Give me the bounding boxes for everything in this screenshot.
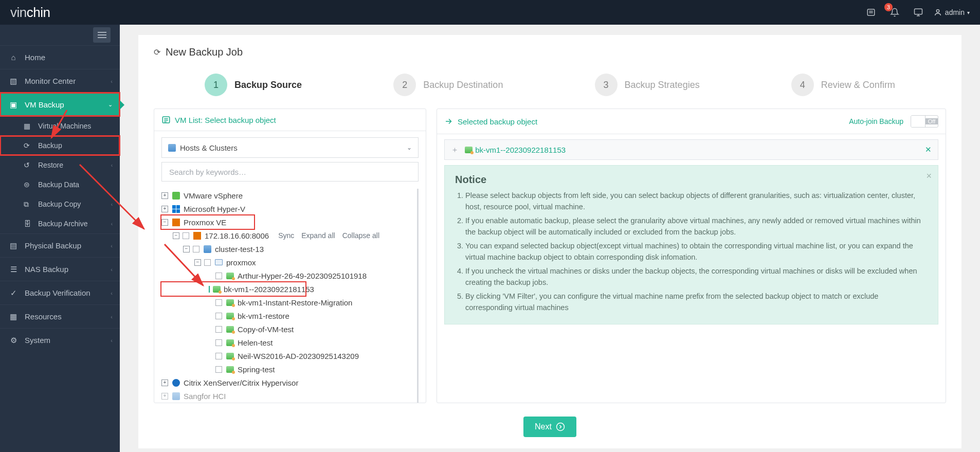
tree-node-xen[interactable]: +Citrix XenServer/Citrix Hypervisor — [161, 376, 414, 389]
subnav-backup[interactable]: ⟳Backup — [0, 136, 120, 155]
arrow-right-circle-icon — [556, 422, 565, 431]
nav-monitor[interactable]: ▧Monitor Center‹ — [0, 69, 120, 93]
nav-label: Backup — [38, 141, 62, 150]
close-icon[interactable]: × — [926, 171, 932, 182]
refresh-icon: ⟳ — [24, 141, 33, 150]
collapse-all-action[interactable]: Collapse all — [342, 231, 379, 240]
nas-icon: ☰ — [8, 265, 19, 274]
checkbox[interactable] — [215, 326, 222, 333]
notification-badge: 3 — [884, 3, 893, 11]
undo-icon: ↺ — [24, 161, 33, 169]
expand-icon[interactable]: + — [161, 192, 168, 199]
nav-physical-backup[interactable]: ▤Physical Backup‹ — [0, 233, 120, 257]
chevron-left-icon: ‹ — [111, 314, 113, 320]
panel-title: Selected backup object — [458, 117, 537, 126]
collapse-icon[interactable]: − — [183, 246, 190, 252]
tree-vm[interactable]: Neil-WS2016-AD-20230925143209 — [161, 349, 414, 363]
nav-system[interactable]: ⚙System‹ — [0, 328, 120, 352]
tree-vm[interactable]: Arthur-Hyper-26-49-20230925101918 — [161, 269, 414, 282]
checkbox[interactable] — [215, 366, 222, 373]
chevron-left-icon: ‹ — [111, 221, 113, 227]
user-menu[interactable]: admin ▾ — [934, 8, 970, 16]
step-1[interactable]: 1Backup Source — [205, 74, 302, 96]
step-3[interactable]: 3Backup Strategies — [595, 74, 700, 96]
tree-node-proxmox[interactable]: −Proxmox VE — [161, 215, 254, 229]
monitor-icon[interactable] — [912, 6, 924, 19]
notice-item: By clicking 'VM Filter', you can configu… — [465, 291, 928, 314]
nav-vm-backup[interactable]: ▣VM Backup⌄ — [0, 93, 120, 116]
copy-icon: ⧉ — [24, 200, 33, 209]
collapse-icon[interactable]: − — [161, 219, 168, 226]
next-button[interactable]: Next — [523, 417, 576, 437]
expand-icon[interactable]: + — [161, 206, 168, 212]
subnav-backup-archive[interactable]: 🗄Backup Archive‹ — [0, 214, 120, 233]
top-list-icon[interactable] — [865, 6, 877, 19]
user-name: admin — [945, 8, 965, 16]
subnav-virtual-machines[interactable]: ▦Virtual Machines — [0, 116, 120, 136]
expand-icon[interactable]: + — [161, 379, 168, 386]
tree-node-vmware[interactable]: +VMware vSphere — [161, 189, 414, 202]
search-input[interactable] — [169, 168, 411, 176]
nav-nas-backup[interactable]: ☰NAS Backup‹ — [0, 257, 120, 281]
topbar: vinchin 3 admin ▾ — [0, 0, 980, 25]
notification-bell-icon[interactable]: 3 — [888, 6, 901, 19]
selected-vm-row[interactable]: ＋ bk-vm1--20230922181153 ✕ — [444, 139, 938, 160]
step-4[interactable]: 4Review & Confirm — [791, 74, 895, 96]
search-box[interactable] — [161, 162, 419, 182]
tree-node-hyperv[interactable]: +Microsoft Hyper-V — [161, 202, 414, 215]
tree-node-sangfor[interactable]: +Sangfor HCI — [161, 389, 414, 403]
remove-icon[interactable]: ✕ — [925, 145, 932, 154]
scope-selector[interactable]: Hosts & Clusters ⌄ — [161, 137, 419, 158]
nav-backup-verification[interactable]: ✓Backup Verification‹ — [0, 281, 120, 304]
chevron-left-icon: ‹ — [111, 290, 113, 296]
subnav-backup-copy[interactable]: ⧉Backup Copy‹ — [0, 194, 120, 214]
tree-vm[interactable]: Spring-test — [161, 363, 414, 376]
tree-vm[interactable]: Copy-of-VM-test — [161, 322, 414, 336]
tree-vm[interactable]: bk-vm1-Instant-Restore-Migration — [161, 296, 414, 309]
checkbox[interactable] — [215, 273, 222, 279]
tree-vm-selected[interactable]: bk-vm1--20230922181153 — [161, 282, 305, 296]
nav-home[interactable]: ⌂Home — [0, 45, 120, 69]
checkbox[interactable] — [183, 232, 189, 239]
nav-resources[interactable]: ▦Resources‹ — [0, 304, 120, 328]
step-2[interactable]: 2Backup Destination — [393, 74, 503, 96]
selected-panel: Selected backup object Auto-join Backup … — [437, 109, 946, 403]
collapse-icon[interactable]: − — [173, 232, 179, 239]
tree-vm[interactable]: Helen-test — [161, 336, 414, 349]
checkbox[interactable] — [215, 339, 222, 346]
expand-icon[interactable]: + — [161, 393, 168, 400]
chevron-left-icon: ‹ — [111, 202, 113, 207]
next-label: Next — [535, 422, 552, 431]
checkbox[interactable] — [215, 353, 222, 359]
expand-icon[interactable]: ＋ — [451, 145, 459, 155]
checkbox[interactable] — [215, 313, 222, 319]
expand-all-action[interactable]: Expand all — [301, 231, 335, 240]
collapse-icon[interactable]: − — [194, 259, 201, 266]
notice-item: You can expand selected backup object(ex… — [465, 240, 928, 263]
svg-point-14 — [556, 423, 564, 431]
nav-label: Backup Copy — [38, 200, 81, 208]
share-icon — [444, 117, 453, 126]
database-icon: ⊜ — [24, 180, 33, 189]
selected-vm-name: bk-vm1--20230922181153 — [475, 146, 566, 154]
tree-node-host[interactable]: −172.18.16.60:8006SyncExpand allCollapse… — [161, 229, 414, 242]
tree-node-cluster[interactable]: −cluster-test-13 — [161, 242, 414, 256]
subnav-backup-data[interactable]: ⊜Backup Data — [0, 175, 120, 194]
stack-icon: ▦ — [24, 122, 33, 130]
vm-list-panel: VM List: Select backup object Hosts & Cl… — [154, 109, 426, 403]
checkbox[interactable] — [215, 299, 222, 306]
nav-label: Backup Verification — [25, 288, 90, 297]
tree-vm[interactable]: bk-vm1-restore — [161, 309, 414, 322]
server-icon: ▤ — [8, 241, 19, 250]
subnav-restore[interactable]: ↺Restore‹ — [0, 155, 120, 175]
monitor-icon: ▧ — [8, 77, 19, 86]
checkbox[interactable] — [193, 246, 199, 252]
archive-icon: 🗄 — [24, 220, 33, 228]
checkbox[interactable] — [204, 259, 211, 266]
app-logo: vinchin — [10, 5, 50, 21]
tree-node-proxmox-node[interactable]: −proxmox — [161, 256, 414, 269]
autojoin-toggle[interactable]: Off — [911, 115, 938, 128]
checkbox[interactable] — [209, 286, 210, 293]
sidebar-toggle[interactable] — [0, 25, 120, 45]
sync-action[interactable]: Sync — [278, 231, 294, 240]
